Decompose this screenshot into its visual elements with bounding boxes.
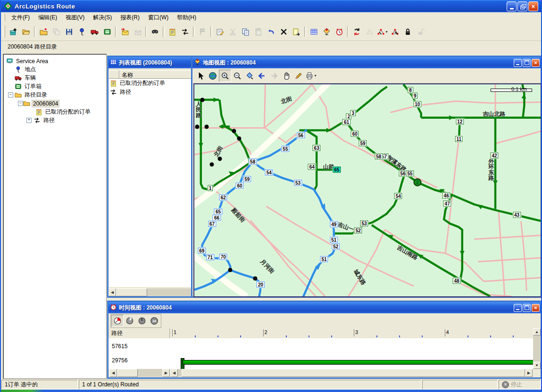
map-stop-marker-1[interactable]: 1 <box>208 185 213 191</box>
stop-dot[interactable] <box>232 129 236 133</box>
map-stop-marker-64[interactable]: 64 <box>308 164 316 170</box>
menu-h[interactable]: 帮助(H) <box>173 13 200 23</box>
scroll-thumb[interactable] <box>116 288 147 296</box>
map-stop-marker-63[interactable]: 63 <box>313 145 321 151</box>
route-time-bar[interactable] <box>183 360 533 365</box>
scroll-thumb[interactable] <box>182 369 525 377</box>
map-stop-marker-70[interactable]: 70 <box>219 254 227 260</box>
tree-item-路径目录[interactable]: 路径目录 <box>15 91 48 99</box>
list-view-hscrollbar[interactable]: ◀ <box>108 288 196 296</box>
map-stop-marker-55[interactable]: 55 <box>281 146 289 152</box>
map-minimize-button[interactable] <box>514 59 522 67</box>
menu-v[interactable]: 视图(V) <box>61 13 89 23</box>
scroll-left-icon[interactable]: ◀ <box>170 369 178 377</box>
copy-button[interactable] <box>239 25 252 38</box>
time-close-button[interactable]: × <box>532 304 540 312</box>
route-row-label-29756[interactable]: 29756 <box>112 357 127 364</box>
map-stop-marker-3[interactable]: 3 <box>350 110 356 116</box>
time-maximize-button[interactable] <box>523 304 531 312</box>
tree-expander-collapse[interactable]: − <box>8 92 13 98</box>
tree-item-service-area[interactable]: Service Area <box>6 57 49 65</box>
scroll-right-icon[interactable]: ▶ <box>162 369 170 377</box>
map-stop-marker-61[interactable]: 61 <box>342 119 350 125</box>
scroll-left-icon[interactable]: ◀ <box>108 288 116 296</box>
vehicles-button[interactable] <box>88 25 101 38</box>
tree-item-车辆[interactable]: 车辆 <box>15 74 37 82</box>
half-day-button[interactable] <box>124 315 136 327</box>
map-stop-marker-54[interactable]: 54 <box>265 170 273 176</box>
map-maximize-button[interactable] <box>523 59 531 67</box>
map-close-button[interactable]: × <box>532 59 540 67</box>
select-button[interactable] <box>194 70 207 82</box>
scroll-thumb[interactable] <box>117 369 138 377</box>
zoom-in-button[interactable] <box>219 70 231 82</box>
time-vscrollbar[interactable]: ▲ ▼ <box>533 328 541 369</box>
minimize-button[interactable] <box>507 1 517 11</box>
tree-item-已取消分配的订单[interactable]: 已取消分配的订单 <box>35 108 92 116</box>
map-stop-marker-48[interactable]: 48 <box>452 278 460 284</box>
orders-list-button[interactable] <box>166 25 179 38</box>
stop-dot[interactable] <box>200 98 204 102</box>
move-orders-button[interactable] <box>290 25 303 38</box>
menu-w[interactable]: 窗口(W) <box>144 13 173 23</box>
restore-button[interactable] <box>517 1 527 11</box>
map-stop-marker-65[interactable]: 65 <box>333 167 341 173</box>
menu-e[interactable]: 编辑(E) <box>34 13 61 23</box>
time-left-hscrollbar[interactable]: ◀ ▶ <box>109 369 170 377</box>
new-folder-button[interactable] <box>37 25 50 38</box>
find-button[interactable] <box>149 25 161 38</box>
dropdown-caret-icon[interactable]: ▾ <box>385 30 387 34</box>
full-extent-button[interactable] <box>207 70 219 82</box>
scroll-down-icon[interactable]: ▼ <box>533 362 541 369</box>
locations-button[interactable] <box>75 25 88 38</box>
lock-button[interactable] <box>401 25 414 38</box>
map-stop-marker-60[interactable]: 60 <box>351 131 359 137</box>
print-button[interactable]: ▾ <box>305 70 317 82</box>
map-stop-marker-66[interactable]: 66 <box>213 214 221 220</box>
properties-button[interactable] <box>214 25 226 38</box>
map-stop-marker-12[interactable]: 12 <box>456 118 464 124</box>
map-stop-marker-53[interactable]: 53 <box>294 180 302 186</box>
close-button[interactable]: × <box>528 1 538 11</box>
map-stop-marker-46[interactable]: 46 <box>442 192 450 198</box>
scroll-up-icon[interactable]: ▲ <box>533 328 541 335</box>
map-stop-marker-47[interactable]: 47 <box>443 200 451 206</box>
depot-marker-2[interactable]: 2 <box>413 179 421 187</box>
map-stop-marker-58[interactable]: 58 <box>249 159 257 165</box>
map-stop-marker-71[interactable]: 71 <box>206 254 214 261</box>
map-stop-marker-69[interactable]: 69 <box>198 248 206 254</box>
map-stop-marker-11[interactable]: 11 <box>455 136 463 142</box>
tree-item-订单箱[interactable]: 订单箱 <box>15 82 42 90</box>
time-minimize-button[interactable] <box>514 304 522 312</box>
routes-button[interactable] <box>179 25 192 38</box>
menu-s[interactable]: 解决(S) <box>89 13 116 23</box>
build-routes-button[interactable] <box>350 25 363 38</box>
map-stop-marker-42[interactable]: 42 <box>491 153 499 159</box>
stop-dot[interactable] <box>204 124 208 129</box>
map-stop-marker-59[interactable]: 59 <box>359 140 367 147</box>
map-stop-marker-10[interactable]: 10 <box>413 101 421 107</box>
back-extent-button[interactable] <box>256 70 268 82</box>
map-stop-marker-43[interactable]: 43 <box>513 212 521 218</box>
menu-r[interactable]: 报表(R) <box>116 13 144 23</box>
scroll-left-icon[interactable]: ◀ <box>109 369 117 377</box>
tree-item-路径[interactable]: 路径 <box>33 116 56 124</box>
menu-f[interactable]: 文件(F) <box>7 13 34 23</box>
undo-button[interactable] <box>265 25 277 38</box>
draw-button[interactable] <box>292 70 305 82</box>
map-stop-marker-67[interactable]: 67 <box>208 220 216 227</box>
tree-expander-expand[interactable]: + <box>26 118 32 123</box>
map-stop-marker-49[interactable]: 49 <box>330 221 338 227</box>
resequence-button[interactable] <box>389 25 401 38</box>
map-stop-marker-51[interactable]: 51 <box>320 256 328 262</box>
open-project-button[interactable] <box>20 25 33 38</box>
time-view-button[interactable] <box>333 25 346 38</box>
map-stop-marker-54[interactable]: 54 <box>394 193 402 199</box>
quarter-day-button[interactable] <box>111 315 124 327</box>
stop-dot[interactable] <box>228 268 233 272</box>
list-item-路径[interactable]: 路径 <box>108 88 196 97</box>
map-stop-marker-56[interactable]: 56 <box>297 132 305 138</box>
stop-dot[interactable] <box>237 137 241 141</box>
map-stop-marker-60[interactable]: 60 <box>235 183 243 189</box>
dropdown-caret-icon[interactable]: ▾ <box>314 74 316 78</box>
